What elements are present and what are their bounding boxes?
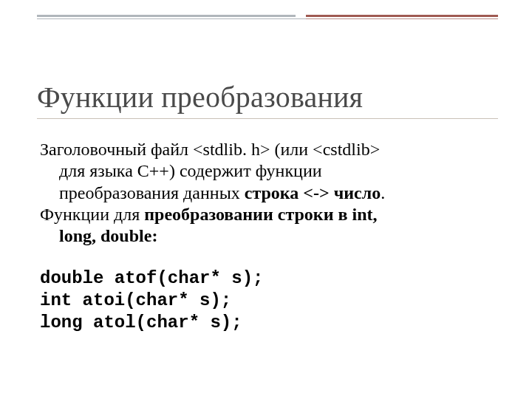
p1-line2: для языка C++) содержит функции [59,161,322,180]
top-divider [37,15,498,19]
title-underline [37,118,498,119]
top-divider-left [37,15,296,17]
paragraph-1: Заголовочный файл <stdlib. h> (или <cstd… [40,139,488,204]
top-divider-thin-right [306,18,498,19]
slide-body: Заголовочный файл <stdlib. h> (или <cstd… [40,139,488,334]
p1-line3a: преобразования данных [59,183,245,202]
p1-line1: Заголовочный файл <stdlib. h> (или <cstd… [40,140,380,159]
code-line-1: double atof(char* s); [40,267,488,290]
paragraph-2: Функции для преобразовании строки в int,… [40,204,488,248]
slide-title: Функции преобразования [37,80,363,115]
p2-line1a: Функции для [40,205,144,224]
p1-line3c: . [381,183,385,202]
slide: Функции преобразования Заголовочный файл… [0,0,532,399]
p1-line3b: строка <-> число [245,183,381,202]
code-block: double atof(char* s); int atoi(char* s);… [40,267,488,334]
p2-line2: long, double: [59,226,157,245]
p2-line1b: преобразовании строки в int, [144,205,377,224]
top-divider-right [306,15,498,17]
code-line-2: int atoi(char* s); [40,290,488,312]
code-line-3: long atol(char* s); [40,312,488,334]
